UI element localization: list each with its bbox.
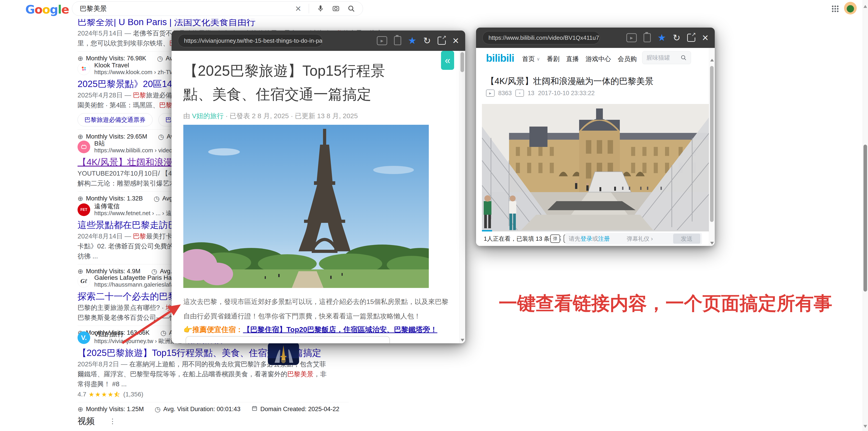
rating-score: 4.7 [78,391,86,398]
preview-popup-body: bilibili 首页∨ 番剧 直播 游戏中心 会员购 漫画 赛事 腥味猫罐 【… [476,48,715,246]
nav-item-live[interactable]: 直播 [566,55,579,63]
calendar-icon [251,405,258,413]
play-count-icon: ▶ [486,90,495,97]
page-scrollbar[interactable] [863,0,868,431]
nav-item-bangumi[interactable]: 番剧 [547,55,559,63]
preview-scrollbar[interactable] [709,48,715,246]
result-snippet-line: 常得盡興！ #8 ... [78,379,349,389]
monthly-visits: Monthly Visits: 4.9M [86,268,141,275]
monthly-visits: Monthly Visits: 76.98K [86,55,146,62]
search-submit-icon[interactable] [347,5,355,12]
collapse-panel-button[interactable]: « [441,51,454,70]
nav-item-game-center[interactable]: 游戏中心 [586,55,611,63]
scrollbar-thumb[interactable] [460,52,464,72]
vivianjourney-favicon: V. [78,331,90,344]
galeries-lafayette-favicon: Gℓ [78,275,90,287]
pin-star-icon[interactable]: ★ [408,36,416,45]
globe-icon: ⊕ [78,133,83,141]
refresh-icon[interactable]: ↻ [673,33,680,42]
fet-favicon: FET [78,204,90,216]
danmaku-bar: 1人正在看，已装填 13 条弹幕 弹 弹 请先 登录 或 注册 弹幕礼仪 › 发… [476,233,704,245]
scroll-down-arrow[interactable] [710,242,714,245]
article-paragraph: 這次去巴黎，發現市區近郊好多景點可以玩，這裡介紹必去的15個私房景點，以及來巴黎… [183,295,448,324]
google-apps-grid-icon[interactable] [831,4,839,14]
play-count: 8363 [498,90,512,97]
scroll-up-arrow[interactable] [710,59,714,61]
avg-visit-duration: Avg. Visit Duration: 00:01:43 [163,406,240,413]
preview-url-bar[interactable]: https://www.bilibili.com/video/BV1Qx411u… [483,31,600,44]
google-serp-screen: Google 巴黎美景 × 巴黎全景| U Bon Paris | 法国文化美食… [0,0,868,431]
monthly-visits: Monthly Visits: 29.65M [86,133,147,140]
close-popup-icon[interactable]: × [453,35,459,46]
preview-popup-header: https://www.bilibili.com/video/BV1Qx411u… [476,28,715,48]
refresh-icon[interactable]: ↻ [423,36,431,45]
search-box[interactable]: 巴黎美景 × [72,1,363,16]
voice-search-icon[interactable] [317,5,324,12]
google-logo[interactable]: Google [25,3,69,16]
danmaku-count: 13 [528,90,534,97]
article-byline: 由 V妞的旅行 · 已發表 2 8 月, 2025 · 已更新 13 8 月, … [183,112,358,121]
nav-item-vip-shop[interactable]: 会员购 [618,55,637,63]
scrollbar-thumb[interactable] [864,145,867,291]
pin-star-icon[interactable]: ★ [657,33,666,42]
hotel-recommendation-link[interactable]: 【巴黎住宿】Top20巴黎飯店，住宿區域治安、巴黎鐵塔旁！ [243,326,437,334]
divider [309,4,309,13]
scroll-down-arrow[interactable] [461,339,464,341]
video-progress-bar[interactable] [482,230,709,232]
open-external-icon[interactable] [438,37,446,45]
rating-count: (1,356) [123,391,143,398]
copy-clipboard-icon[interactable] [394,36,401,45]
globe-icon: ⊕ [78,405,83,413]
rating-stars-icon: ★★★★⯪ [89,391,121,398]
result-snippet-line: 爾鐵塔、羅浮宮、巴黎聖母院等等，在船上品嚐香檳跟美食，看著窗外的巴黎美景，非 [78,369,349,379]
copy-clipboard-icon[interactable] [644,33,651,42]
link-preview-popup-bilibili: https://www.bilibili.com/video/BV1Qx411u… [476,28,715,246]
open-external-icon[interactable] [687,34,695,42]
lens-search-icon[interactable] [332,5,340,12]
bilibili-search-box[interactable]: 腥味猫罐 [642,51,691,64]
chip-link[interactable]: 巴黎旅遊必備交通票券 [78,113,153,126]
result-title-link[interactable]: 【2025巴黎旅遊】Top15行程景點、美食、住宿交通一篇搞定 [78,347,349,359]
danmaku-status-text: 1人正在看，已装填 13 条弹幕 [484,235,561,243]
scroll-up-arrow[interactable] [864,5,867,8]
clear-search-icon[interactable]: × [295,4,301,13]
preview-popup-header: https://vivianjourney.tw/the-15-best-thi… [172,31,465,51]
bilibili-favicon [78,141,90,153]
video-player[interactable] [482,104,709,231]
video-mode-icon[interactable]: ▶ [377,36,387,45]
danmaku-etiquette-link[interactable]: 弹幕礼仪 › [627,235,653,243]
video-stats-row: ▶ 8363 ≡ 13 2017-10-10 23:33:22 [486,90,595,97]
nav-item-home[interactable]: 首页 [522,55,535,63]
video-mode-icon[interactable]: ▶ [626,33,637,42]
scrollbar-thumb[interactable] [710,66,714,222]
videos-menu-icon[interactable]: ⋮ [109,417,116,425]
close-popup-icon[interactable]: × [702,32,708,43]
domain-created: Domain Created: 2025-04-22 [260,406,340,413]
register-link[interactable]: 注册 [598,235,610,243]
article-title: 【2025巴黎旅遊】Top15行程景點、美食、住宿交通一篇搞定 [183,59,432,106]
annotation-text: 一键查看链接内容，一个页面搞定所有事 [499,291,832,316]
video-title: 【4K/风景】壮阔和浪漫融为一体的巴黎美景 [486,75,653,87]
danmaku-input[interactable]: 请先 登录 或 注册 弹幕礼仪 › 发送 [565,233,702,245]
video-progress-fill [482,230,492,232]
preview-popup-body: « 【2025巴黎旅遊】Top15行程景點、美食、住宿交通一篇搞定 由 V妞的旅… [172,51,465,343]
login-link[interactable]: 登录 [581,235,592,243]
preview-scrollbar[interactable] [459,51,465,343]
search-icon[interactable] [680,55,687,61]
search-input[interactable]: 巴黎美景 [80,4,295,13]
bilibili-logo[interactable]: bilibili [486,52,514,64]
clock-icon: ◷ [158,133,164,141]
send-danmaku-button[interactable]: 发送 [673,234,700,244]
author-link[interactable]: V妞的旅行 [192,112,223,120]
danmaku-toggle-icon[interactable]: 弹 [550,235,560,243]
result-thumbnail-image[interactable] [268,342,299,365]
clock-icon: ◷ [157,55,163,62]
result-source-name: B站 [94,140,172,147]
danmaku-count-icon: ≡ [515,90,524,97]
search-placeholder: 腥味猫罐 [647,54,670,62]
result-rating: 4.7 ★★★★⯪ (1,356) [78,390,349,399]
account-avatar[interactable] [844,2,857,14]
article-cta-row: 👉推薦便宜住宿：【巴黎住宿】Top20巴黎飯店，住宿區域治安、巴黎鐵塔旁！ [183,325,437,335]
preview-url-bar[interactable]: https://vivianjourney.tw/the-15-best-thi… [178,34,322,47]
scroll-down-arrow[interactable] [864,425,867,428]
